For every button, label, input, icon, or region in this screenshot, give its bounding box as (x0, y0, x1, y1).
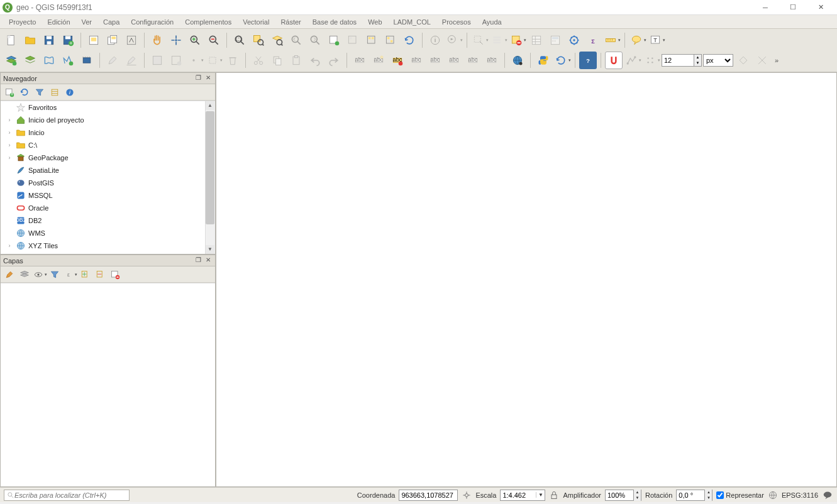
browser-item[interactable]: ›Inicio (1, 126, 215, 139)
statistics-button[interactable]: Σ (584, 31, 602, 49)
filter-expression-icon[interactable]: ε (64, 268, 76, 281)
spin-down[interactable]: ▼ (694, 60, 701, 66)
expander-icon[interactable]: › (6, 243, 13, 249)
browser-item[interactable]: SpatiaLite (1, 164, 215, 177)
processing-toolbox-button[interactable] (565, 31, 583, 49)
browser-item[interactable]: PostGIS (1, 177, 215, 189)
new-shapefile-layer-button[interactable] (40, 52, 58, 69)
paste-features-button[interactable] (287, 52, 305, 69)
collapse-all-layers-icon[interactable] (94, 268, 106, 281)
layer-styling-icon[interactable] (3, 268, 16, 281)
render-checkbox-input[interactable] (716, 491, 724, 499)
rotation-down[interactable]: ▼ (704, 495, 712, 501)
snapping-tolerance-value[interactable] (662, 57, 694, 64)
messages-icon[interactable] (822, 490, 833, 501)
plugin-reloader-button[interactable] (553, 52, 571, 69)
add-layer-icon[interactable]: + (3, 86, 16, 99)
highlight-pinned-labels-button[interactable]: abc (389, 52, 406, 69)
menu-edicion[interactable]: Edición (42, 17, 75, 27)
remove-layer-icon[interactable] (109, 268, 121, 281)
snapping-unit-select[interactable]: px (703, 54, 733, 67)
expander-icon[interactable]: › (6, 142, 13, 148)
measure-button[interactable] (603, 31, 621, 49)
browser-item[interactable]: Oracle (1, 202, 215, 214)
expand-all-icon[interactable] (79, 268, 91, 281)
layers-tree[interactable] (1, 283, 215, 486)
browser-item[interactable]: DB2DB2 (1, 214, 215, 227)
deselect-all-button[interactable] (509, 31, 526, 49)
new-virtual-layer-button[interactable] (59, 52, 77, 69)
crs-icon[interactable] (768, 490, 778, 500)
locator-search[interactable] (4, 490, 130, 501)
browser-item[interactable]: Favoritos (1, 101, 215, 114)
move-label-button[interactable]: abc (445, 52, 463, 69)
menu-configuracion[interactable]: Configuración (126, 17, 179, 27)
delete-selected-button[interactable] (224, 52, 241, 69)
save-project-button[interactable] (40, 31, 58, 49)
zoom-in-button[interactable] (186, 31, 204, 49)
text-annotation-button[interactable]: T (648, 31, 665, 49)
cut-features-button[interactable] (250, 52, 267, 69)
change-label-button[interactable]: abc (483, 52, 501, 69)
browser-float-button[interactable]: ❐ (194, 74, 202, 83)
zoom-to-selection-button[interactable] (250, 31, 267, 49)
help-button[interactable]: ? (579, 52, 597, 69)
render-checkbox[interactable]: Representar (716, 491, 764, 499)
layers-close-button[interactable]: ✕ (204, 256, 213, 265)
browser-item[interactable]: ›C:\ (1, 139, 215, 151)
maximize-button[interactable]: ☐ (779, 0, 807, 15)
undo-button[interactable] (306, 52, 324, 69)
zoom-next-button[interactable] (306, 31, 324, 49)
rotate-label-button[interactable]: abc (464, 52, 482, 69)
magnifier-value[interactable] (606, 491, 633, 499)
menu-vectorial[interactable]: Vectorial (238, 17, 274, 27)
label-button[interactable]: abc (351, 52, 369, 69)
snapping-type-button[interactable] (643, 52, 660, 69)
menu-base-datos[interactable]: Base de datos (308, 17, 362, 27)
rotation-input[interactable]: ▲▼ (676, 490, 712, 501)
digitize-button[interactable] (186, 52, 204, 69)
new-print-layout-button[interactable] (85, 31, 103, 49)
new-bookmark-button[interactable] (344, 31, 362, 49)
layers-panel-header[interactable]: Capas ❐ ✕ (1, 255, 215, 266)
toggle-editing-button[interactable] (104, 52, 121, 69)
menu-ver[interactable]: Ver (77, 17, 97, 27)
add-feature-button[interactable] (167, 52, 185, 69)
current-edits-button[interactable] (123, 52, 140, 69)
scale-value[interactable] (501, 491, 536, 499)
open-project-button[interactable] (21, 31, 39, 49)
data-source-manager-button[interactable] (3, 52, 20, 69)
temporal-controller-button[interactable] (382, 31, 399, 49)
copy-features-button[interactable] (269, 52, 286, 69)
map-tips-button[interactable] (629, 31, 646, 49)
new-geopackage-layer-button[interactable] (21, 52, 39, 69)
menu-procesos[interactable]: Procesos (437, 17, 476, 27)
toggle-extents-icon[interactable] (462, 490, 472, 500)
menu-raster[interactable]: Ráster (275, 17, 306, 27)
refresh-browser-icon[interactable] (18, 86, 31, 99)
topological-editing-button[interactable] (734, 52, 752, 69)
browser-item[interactable]: ›Inicio del proyecto (1, 114, 215, 126)
style-manager-button[interactable] (123, 31, 140, 49)
scroll-down-arrow[interactable]: ▼ (206, 245, 214, 254)
menu-ayuda[interactable]: Ayuda (477, 17, 507, 27)
layout-manager-button[interactable] (104, 31, 121, 49)
pin-labels-button[interactable]: abc (407, 52, 425, 69)
new-project-button[interactable] (3, 31, 20, 49)
new-map-view-button[interactable] (325, 31, 343, 49)
new-memory-layer-button[interactable] (78, 52, 96, 69)
map-canvas[interactable] (216, 72, 837, 487)
collapse-all-icon[interactable] (48, 86, 61, 99)
zoom-to-layer-button[interactable] (269, 31, 286, 49)
snapping-intersection-button[interactable] (753, 52, 771, 69)
browser-tree[interactable]: Favoritos›Inicio del proyecto›Inicio›C:\… (1, 101, 215, 254)
toolbar-overflow-button[interactable]: » (775, 57, 779, 64)
snapping-tolerance-input[interactable]: ▲▼ (662, 54, 702, 67)
minimize-button[interactable]: ─ (751, 0, 779, 15)
show-bookmarks-button[interactable] (363, 31, 380, 49)
identify-button[interactable]: i (426, 31, 444, 49)
properties-widget-icon[interactable]: i (64, 86, 76, 99)
python-console-button[interactable] (535, 52, 552, 69)
browser-panel-header[interactable]: Navegador ❐ ✕ (1, 73, 215, 84)
manage-visibility-icon[interactable] (33, 268, 46, 281)
